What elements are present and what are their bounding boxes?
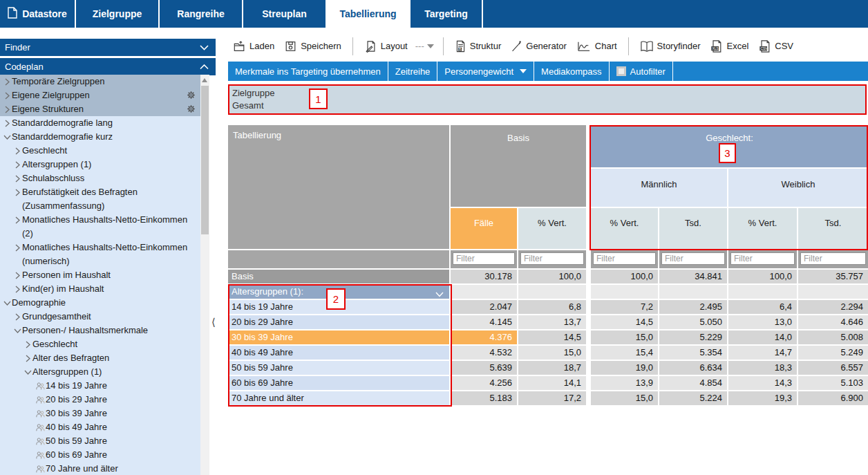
table-cell[interactable] [798, 285, 868, 299]
table-cell[interactable]: 2.495 [659, 300, 727, 314]
tab-streuplan[interactable]: Streuplan [243, 0, 327, 28]
chevron-right-icon[interactable] [3, 116, 12, 130]
chevron-down-icon[interactable] [435, 288, 444, 299]
tree-item-tempor-re-zielgruppen[interactable]: Temporäre Zielgruppen [0, 75, 200, 89]
table-cell[interactable]: 5.639 [451, 361, 517, 375]
filter-input[interactable] [453, 252, 515, 265]
chevron-down-icon[interactable] [3, 130, 12, 144]
tree-item-40-bis-49-jahre[interactable]: 40 bis 49 Jahre [0, 420, 200, 434]
filter-input[interactable] [593, 252, 656, 265]
row-label-70-jahre-und-lter[interactable]: 70 Jahre und älter [228, 391, 449, 405]
pct-vert-column-header[interactable]: % Vert. [728, 208, 797, 249]
tree-item-standarddemografie-kurz[interactable]: Standarddemografie kurz [0, 130, 200, 144]
tree-item-grundgesamtheit[interactable]: Grundgesamtheit [0, 310, 200, 324]
table-cell[interactable]: 15,0 [591, 330, 658, 344]
layout-button[interactable]: Layout [364, 40, 408, 53]
tree-item-kind-er-im-haushalt[interactable]: Kind(er) im Haushalt [0, 282, 200, 296]
table-cell[interactable] [451, 285, 517, 299]
table-cell[interactable]: 5.229 [659, 330, 727, 344]
table-cell[interactable]: 6,8 [518, 300, 586, 314]
table-cell[interactable]: 14,0 [728, 330, 797, 344]
pct-vert-column-header[interactable]: % Vert. [591, 208, 658, 249]
tree-item-eigene-strukturen[interactable]: Eigene Strukturen [0, 102, 200, 116]
filter-input[interactable] [730, 252, 795, 265]
personengewicht-menu-item[interactable]: Personengewicht [437, 62, 534, 81]
generator-button[interactable]: Generator [511, 40, 567, 53]
storyfinder-button[interactable]: Storyfinder [640, 40, 701, 53]
chevron-right-icon[interactable] [13, 144, 22, 158]
tree-item-altersgruppen-1[interactable]: Altersgruppen (1) [0, 158, 200, 171]
chevron-right-icon[interactable] [23, 337, 32, 351]
table-cell[interactable]: 34.841 [659, 270, 727, 283]
tree-item-personen-im-haushalt[interactable]: Personen im Haushalt [0, 268, 200, 282]
table-cell[interactable]: 30.178 [451, 270, 517, 283]
table-cell[interactable]: 4.854 [659, 376, 727, 390]
chevron-right-icon[interactable] [23, 351, 32, 365]
tab-datastore[interactable]: Datastore [0, 0, 76, 28]
scrollbar-thumb[interactable] [201, 86, 209, 234]
table-cell[interactable]: 6,4 [728, 300, 797, 314]
weiblich-column-header[interactable]: Weiblich [728, 169, 868, 207]
row-label-altersgruppen-1[interactable]: Altersgruppen (1): [228, 285, 449, 299]
chevron-right-icon[interactable] [3, 89, 12, 102]
table-cell[interactable]: 5.354 [659, 346, 727, 360]
tree-item-demographie[interactable]: Demographie [0, 296, 200, 310]
speichern-button[interactable]: Speichern [284, 40, 341, 53]
table-cell[interactable]: 14,5 [518, 330, 586, 344]
tree-item-altersgruppen-1[interactable]: Altersgruppen (1) [0, 365, 200, 379]
chevron-right-icon[interactable] [13, 310, 22, 324]
csv-button[interactable]: CSVCSV [758, 40, 793, 53]
tree-item-60-bis-69-jahre[interactable]: 60 bis 69 Jahre [0, 448, 200, 462]
chevron-down-icon[interactable] [23, 365, 32, 379]
basis-column-group-header[interactable]: Basis [451, 125, 586, 207]
row-label-50-bis-59-jahre[interactable]: 50 bis 59 Jahre [228, 361, 449, 375]
maennlich-column-header[interactable]: Männlich [591, 169, 727, 207]
table-cell[interactable]: 15,0 [591, 391, 658, 405]
autofilter-menu-item[interactable]: Autofilter [610, 62, 673, 81]
tree-item-alter-des-befragten[interactable]: Alter des Befragten [0, 351, 200, 365]
table-cell[interactable]: 2.047 [451, 300, 517, 314]
table-cell[interactable]: 18,3 [728, 361, 797, 375]
tree-item-geschlecht[interactable]: Geschlecht [0, 337, 200, 351]
tsd-column-header[interactable]: Tsd. [798, 208, 868, 249]
chevron-right-icon[interactable] [13, 241, 22, 254]
table-cell[interactable]: 18,7 [518, 361, 586, 375]
tsd-column-header[interactable]: Tsd. [659, 208, 727, 249]
table-cell[interactable]: 35.757 [798, 270, 868, 283]
chevron-right-icon[interactable] [13, 282, 22, 296]
table-cell[interactable]: 17,2 [518, 391, 586, 405]
geschlecht-column-group-header[interactable]: Geschlecht: [591, 125, 868, 167]
table-cell[interactable] [659, 285, 727, 299]
codeplan-panel-header[interactable]: Codeplan [0, 58, 216, 75]
table-cell[interactable]: 100,0 [728, 270, 797, 283]
filter-input[interactable] [800, 252, 866, 265]
tree-item-monatliches-haushalts-netto-einkommen[interactable]: Monatliches Haushalts-Netto-Einkommen(2) [0, 213, 200, 241]
tree-item-geschlecht[interactable]: Geschlecht [0, 144, 200, 158]
sidebar-collapse-handle[interactable]: ⟨ [208, 315, 219, 330]
table-cell[interactable]: 4.145 [451, 315, 517, 329]
tab-targeting[interactable]: Targeting [411, 0, 483, 28]
mediakompass-menu-item[interactable]: Mediakompass [534, 62, 609, 81]
excel-button[interactable]: XLSExcel [710, 40, 748, 53]
table-cell[interactable]: 14,1 [518, 376, 586, 390]
table-cell[interactable]: 5.224 [659, 391, 727, 405]
merkmale-ins-targeting-bernehmen-menu-item[interactable]: Merkmale ins Targeting übernehmen [228, 62, 388, 81]
target-group-panel[interactable]: Zielgruppe Gesamt [228, 84, 867, 115]
table-cell[interactable]: 14,7 [728, 346, 797, 360]
struktur-button[interactable]: BStruktur [455, 40, 502, 53]
table-cell[interactable]: 6.557 [798, 361, 868, 375]
row-label-40-bis-49-jahre[interactable]: 40 bis 49 Jahre [228, 346, 449, 360]
layout-preset-dropdown[interactable]: --- [415, 41, 434, 51]
row-label-14-bis-19-jahre[interactable]: 14 bis 19 Jahre [228, 300, 449, 314]
table-cell[interactable]: 5.050 [659, 315, 727, 329]
row-label-basis[interactable]: Basis [228, 270, 449, 283]
chevron-right-icon[interactable] [13, 213, 22, 227]
table-cell[interactable]: 19,3 [728, 391, 797, 405]
table-cell[interactable]: 4.532 [451, 346, 517, 360]
chevron-right-icon[interactable] [3, 75, 12, 89]
table-cell[interactable]: 4.646 [798, 315, 868, 329]
table-cell[interactable]: 5.103 [798, 376, 868, 390]
table-cell[interactable] [518, 285, 586, 299]
pct-vert-column-header[interactable]: % Vert. [518, 208, 586, 249]
finder-panel-header[interactable]: Finder [0, 39, 216, 56]
